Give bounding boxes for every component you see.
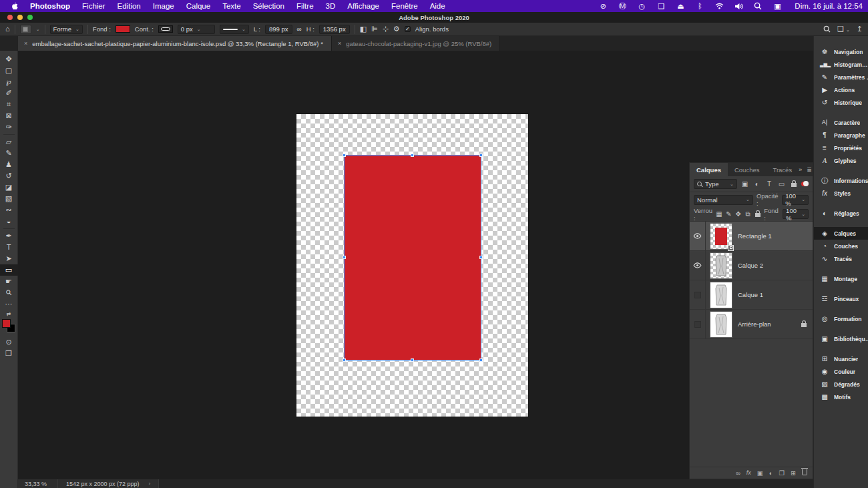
dock-item-paragraphe[interactable]: ¶Paragraphe — [814, 129, 868, 142]
layer-thumbnail[interactable] — [710, 282, 732, 308]
delete-layer-icon[interactable] — [802, 469, 807, 477]
layer-thumbnail[interactable] — [710, 252, 732, 279]
foreground-color-swatch[interactable] — [2, 319, 11, 328]
dock-item-bibliotheques[interactable]: ▣Bibliothèqu… — [814, 332, 868, 345]
tab-couches[interactable]: Couches — [728, 163, 767, 176]
dock-item-styles[interactable]: fxStyles — [814, 187, 868, 200]
dock-item-degrades[interactable]: ▧Dégradés — [814, 378, 868, 391]
dock-item-histogramme[interactable]: ▃▆▂Histogram… — [814, 58, 868, 71]
user-switch-icon[interactable]: ▣ — [773, 1, 782, 11]
transform-handle-nw[interactable] — [343, 154, 346, 157]
dock-item-traces[interactable]: ∿Tracés — [814, 252, 868, 265]
layer-name[interactable]: Calque 2 — [738, 262, 763, 269]
layer-row-rectangle-1[interactable]: Rectangle 1 — [690, 222, 813, 251]
rectangle-shape[interactable] — [345, 156, 481, 360]
status-chevron-icon[interactable]: › — [149, 481, 151, 487]
menu-3d[interactable]: 3D — [320, 2, 342, 10]
panel-menu-icon[interactable]: ≣ — [807, 166, 812, 173]
dock-item-montage[interactable]: ▦Montage — [814, 272, 868, 285]
move-tool[interactable]: ✥ — [0, 53, 18, 65]
layer-row-arriere-plan[interactable]: Arrière-plan — [690, 310, 813, 339]
link-dimensions-icon[interactable]: ∞ — [297, 26, 302, 33]
dock-item-pinceaux[interactable]: ☲Pinceaux — [814, 292, 868, 305]
time-machine-icon[interactable]: ◷ — [637, 1, 646, 11]
dock-item-proprietes[interactable]: ≡Propriétés — [814, 142, 868, 154]
fill-color-swatch[interactable] — [116, 25, 130, 33]
group-layers-icon[interactable]: ❐ — [779, 470, 785, 477]
quick-selection-tool[interactable]: ✐ — [0, 87, 18, 99]
lock-artboard-icon[interactable]: ⧉ — [744, 210, 750, 218]
dock-item-informations[interactable]: ⓘInformations — [814, 174, 868, 187]
visibility-eye-toggle[interactable] — [690, 280, 706, 309]
history-brush-tool[interactable]: ↺ — [0, 170, 18, 182]
dock-item-reglages[interactable]: ◐Réglages — [814, 207, 868, 220]
clone-stamp-tool[interactable]: ♟ — [0, 159, 18, 170]
menu-bar-clock[interactable]: Dim. 16 juil. à 12:54 — [795, 2, 863, 10]
opacity-select[interactable]: 100 %⌄ — [782, 195, 809, 205]
shape-height-field[interactable]: 1356 px — [319, 25, 350, 34]
transform-handle-s[interactable] — [411, 358, 414, 362]
shape-settings-gear-icon[interactable]: ⚙ — [393, 25, 400, 33]
layer-row-calque-2[interactable]: Calque 2 — [690, 251, 813, 280]
menu-aide[interactable]: Aide — [424, 2, 451, 10]
rectangle-tool[interactable]: ▭ — [0, 264, 18, 276]
menu-texte[interactable]: Texte — [216, 2, 247, 10]
close-tab-icon[interactable]: × — [24, 40, 27, 47]
healing-brush-tool[interactable]: ▱ — [0, 136, 18, 148]
wifi-icon[interactable] — [714, 1, 724, 11]
document-tab-inactive[interactable]: × gateau-chocolat-packaging-v1.jpg @ 25%… — [332, 36, 500, 51]
dock-item-couches[interactable]: ◔Couches — [814, 240, 868, 252]
path-selection-tool[interactable]: ➤ — [0, 253, 18, 264]
eject-icon[interactable]: ⏏ — [676, 1, 685, 11]
stroke-style-select[interactable]: ⌄ — [220, 25, 249, 34]
menu-calque[interactable]: Calque — [180, 2, 216, 10]
blend-mode-select[interactable]: Normal⌄ — [694, 195, 753, 205]
transform-handle-sw[interactable] — [343, 358, 346, 362]
bluetooth-icon[interactable]: ᛒ — [695, 1, 704, 11]
tool-mode-select[interactable]: Forme⌄ — [50, 25, 83, 34]
dock-item-couleur[interactable]: ◉Couleur — [814, 365, 868, 378]
tab-calques[interactable]: Calques — [690, 163, 728, 176]
dock-item-motifs[interactable]: ▩Motifs — [814, 391, 868, 403]
mission-control-icon[interactable]: ❑ — [656, 1, 666, 11]
filter-type-layers-icon[interactable]: T — [765, 180, 773, 188]
layer-name[interactable]: Rectangle 1 — [738, 232, 772, 240]
menu-photoshop[interactable]: Photoshop — [24, 2, 76, 10]
layer-name[interactable]: Calque 1 — [738, 291, 763, 298]
filtering-on-toggle[interactable] — [801, 182, 809, 186]
eraser-tool[interactable]: ◪ — [0, 182, 18, 193]
lock-transparency-icon[interactable]: ▦ — [716, 210, 722, 218]
menu-filtre[interactable]: Filtre — [290, 2, 320, 10]
swap-colors-icon[interactable]: ⇄ — [7, 311, 11, 317]
document-tab-active[interactable]: × emballage-sachet-sachet-plastique-papi… — [18, 36, 332, 51]
gradient-tool[interactable]: ▧ — [0, 193, 18, 204]
collapse-panel-icon[interactable]: » — [799, 166, 802, 173]
dock-item-nuancier[interactable]: ⊞Nuancier — [814, 352, 868, 365]
type-tool[interactable]: T — [0, 242, 18, 253]
filter-smart-objects-icon[interactable] — [789, 180, 798, 188]
layer-thumbnail[interactable] — [710, 311, 732, 338]
brush-tool[interactable]: ✎ — [0, 148, 18, 159]
visibility-eye-icon[interactable] — [690, 251, 706, 280]
tool-preset-picker[interactable] — [20, 25, 31, 34]
filter-pixel-layers-icon[interactable]: ▣ — [740, 180, 749, 188]
path-arrangement-icon[interactable]: ⊹ — [383, 25, 389, 33]
layer-mask-icon[interactable]: ▣ — [757, 470, 763, 477]
stroke-color-swatch[interactable] — [158, 25, 173, 33]
dock-item-calques[interactable]: ◈Calques — [814, 227, 868, 240]
home-icon[interactable]: ⌂ — [5, 25, 10, 33]
new-layer-icon[interactable]: ⊞ — [791, 470, 796, 477]
visibility-eye-toggle[interactable] — [690, 310, 706, 338]
document-artboard[interactable] — [296, 114, 528, 417]
dock-item-historique[interactable]: ↺Historique — [814, 96, 868, 109]
lock-pixels-icon[interactable]: ✎ — [726, 210, 732, 218]
menu-selection[interactable]: Sélection — [247, 2, 290, 10]
fill-select[interactable]: 100 %⌄ — [783, 209, 809, 219]
share-image-icon[interactable]: ↥ — [857, 25, 863, 33]
menu-edition[interactable]: Edition — [112, 2, 147, 10]
close-tab-icon[interactable]: × — [338, 40, 341, 47]
lock-position-icon[interactable]: ✥ — [735, 210, 741, 218]
align-edges-checkbox[interactable]: ✓ — [405, 26, 411, 32]
dock-item-caractere[interactable]: A|Caractère — [814, 116, 868, 129]
creative-cloud-icon[interactable]: ⊘ — [598, 1, 608, 11]
